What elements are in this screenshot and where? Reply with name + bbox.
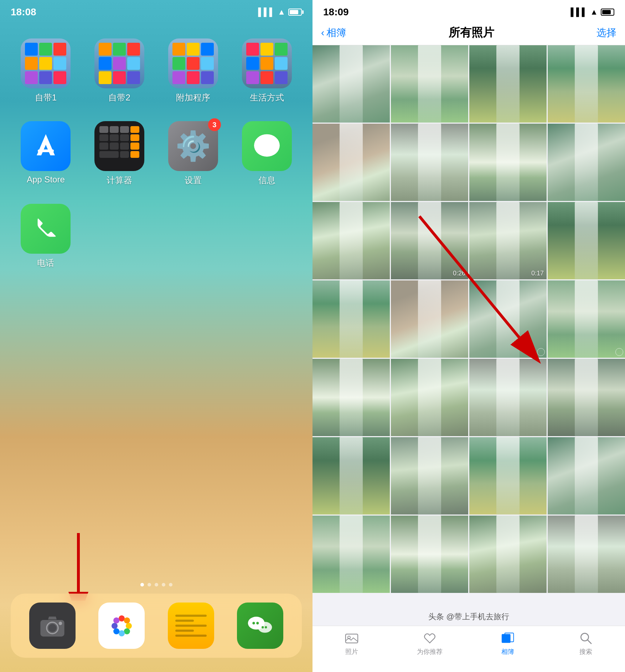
photo-cell[interactable] <box>469 516 547 593</box>
right-panel: 18:09 ▌▌▌ ▲ ‹ 相簿 所有照片 选择 <box>312 0 625 672</box>
dock-photos[interactable] <box>98 603 145 649</box>
photo-cell[interactable] <box>391 280 468 358</box>
tab-bar: 照片 为你推荐 相簿 <box>312 626 625 672</box>
folder-mini <box>53 71 66 84</box>
left-status-bar: 18:08 ▌▌▌ ▲ <box>0 0 312 21</box>
video-duration: 0:26 <box>453 270 465 277</box>
folder-mini <box>246 71 259 84</box>
photo-cell[interactable] <box>391 45 468 123</box>
svg-point-19 <box>252 622 255 624</box>
photo-cell[interactable] <box>469 437 547 515</box>
photo-cell[interactable] <box>469 45 547 123</box>
photo-cell[interactable] <box>312 124 390 201</box>
settings-label: 设置 <box>185 175 202 186</box>
photos-icon[interactable] <box>98 603 145 649</box>
messages-label: 信息 <box>258 175 275 186</box>
notes-icon[interactable] <box>168 603 214 649</box>
photo-cell[interactable] <box>548 124 625 201</box>
photo-cell[interactable] <box>548 202 625 279</box>
photo-cell[interactable] <box>312 202 390 279</box>
photo-cell[interactable] <box>391 124 468 201</box>
left-status-icons: ▌▌▌ ▲ <box>258 7 302 17</box>
right-signal-icon: ▌▌▌ <box>570 7 587 17</box>
folder3-icon[interactable] <box>168 38 218 88</box>
svg-point-8 <box>59 622 62 625</box>
photo-cell[interactable] <box>312 516 390 593</box>
photo-cell[interactable] <box>548 516 625 593</box>
photo-cell[interactable] <box>548 280 625 358</box>
appstore-icon[interactable] <box>21 121 71 171</box>
dock-camera[interactable] <box>29 603 76 649</box>
svg-point-10 <box>124 617 130 623</box>
dot-1 <box>140 583 144 586</box>
app-item-phone[interactable]: 电话 <box>14 204 77 269</box>
app-item-folder3[interactable]: 附加程序 <box>162 38 225 103</box>
app-grid-row2: App Store <box>0 110 312 197</box>
wechat-icon[interactable] <box>237 603 283 649</box>
tab-search[interactable]: 搜索 <box>568 630 604 656</box>
app-item-settings[interactable]: ⚙️ 3 设置 <box>162 121 225 186</box>
photo-cell[interactable] <box>391 437 468 515</box>
calc-btn <box>110 143 119 149</box>
dock-wechat[interactable] <box>237 603 283 649</box>
calc-btn <box>99 143 108 149</box>
camera-icon[interactable] <box>29 603 76 649</box>
photo-cell[interactable] <box>548 437 625 515</box>
messages-icon[interactable] <box>242 121 292 171</box>
app-item-folder4[interactable]: 生活方式 <box>235 38 298 103</box>
app-item-folder2[interactable]: 自带2 <box>88 38 151 103</box>
tab-search-icon <box>577 630 595 646</box>
svg-point-20 <box>256 622 259 624</box>
photo-cell[interactable]: 0:26 <box>391 202 468 279</box>
tab-albums[interactable]: 相簿 <box>490 630 526 656</box>
calculator-icon[interactable] <box>94 121 144 171</box>
photo-cell[interactable] <box>391 516 468 593</box>
app-grid-folders: 自带1 自带2 <box>0 28 312 114</box>
photo-cell[interactable] <box>312 437 390 515</box>
photo-cell[interactable] <box>312 45 390 123</box>
folder-mini <box>187 71 200 84</box>
folder4-icon[interactable] <box>242 38 292 88</box>
phone-icon[interactable] <box>21 204 71 254</box>
photo-cell[interactable] <box>391 359 468 436</box>
folder-mini <box>246 57 259 70</box>
calc-btn <box>130 126 139 133</box>
photo-cell[interactable] <box>312 359 390 436</box>
page-dots <box>0 583 312 586</box>
folder-mini <box>113 71 126 84</box>
photo-cell[interactable] <box>469 124 547 201</box>
photo-cell[interactable] <box>469 359 547 436</box>
folder2-icon[interactable] <box>94 38 144 88</box>
svg-point-1 <box>254 134 280 157</box>
tab-photos[interactable]: 照片 <box>334 630 370 656</box>
nav-title: 所有照片 <box>449 25 494 41</box>
photo-cell[interactable] <box>312 280 390 358</box>
photo-cell[interactable] <box>548 45 625 123</box>
folder-mini <box>260 57 273 70</box>
dot-3 <box>155 583 158 586</box>
photo-cell[interactable]: 0:17 <box>469 202 547 279</box>
app-item-appstore[interactable]: App Store <box>14 121 77 186</box>
photo-cell[interactable] <box>469 280 547 358</box>
app-item-calculator[interactable]: 计算器 <box>88 121 151 186</box>
notes-line-short <box>175 620 194 622</box>
folder1-icon[interactable] <box>21 38 71 88</box>
nav-back-button[interactable]: ‹ 相簿 <box>321 26 346 40</box>
folder-mini <box>127 71 140 84</box>
calc-btn <box>99 151 119 158</box>
calc-btn <box>130 143 139 149</box>
notes-line <box>175 625 207 627</box>
folder-mini <box>201 71 214 84</box>
dock <box>11 594 302 658</box>
folder-mini <box>172 43 185 56</box>
tab-recommended[interactable]: 为你推荐 <box>412 630 448 656</box>
folder-mini <box>99 43 112 56</box>
tab-photos-label: 照片 <box>345 647 358 656</box>
calc-btn <box>130 134 139 141</box>
nav-select-button[interactable]: 选择 <box>596 26 616 40</box>
app-item-folder1[interactable]: 自带1 <box>14 38 77 103</box>
app-item-messages[interactable]: 信息 <box>235 121 298 186</box>
photo-cell[interactable] <box>548 359 625 436</box>
dock-notes[interactable] <box>168 603 214 649</box>
tab-recommended-label: 为你推荐 <box>417 647 443 656</box>
